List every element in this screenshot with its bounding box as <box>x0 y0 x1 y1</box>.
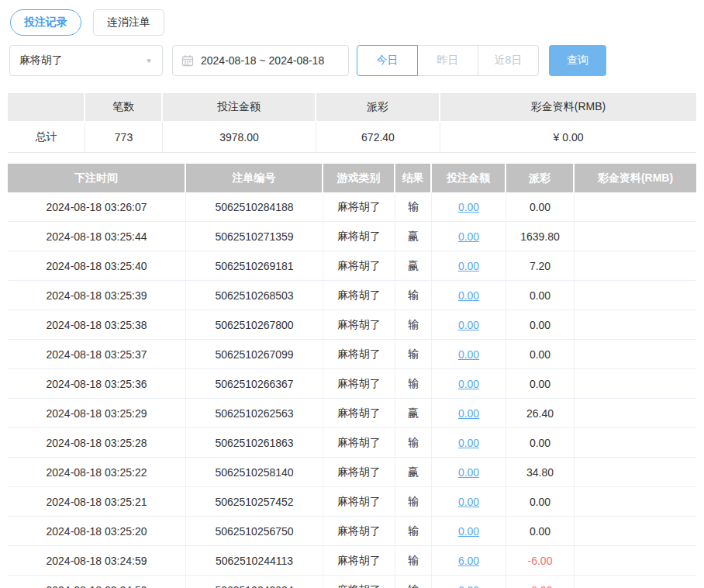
date-range-input[interactable]: 2024-08-18 ~ 2024-08-18 <box>172 45 349 76</box>
cell-order-number: 5062510271359 <box>186 222 323 251</box>
cell-payout: 26.40 <box>506 399 575 427</box>
table-row: 2024-08-18 03:25:21 5062510257452 麻将胡了 输… <box>8 487 696 517</box>
cell-result: 赢 <box>395 222 432 251</box>
cell-result: 输 <box>395 340 432 368</box>
records-header-cell: 结果 <box>395 164 432 192</box>
cell-bonus <box>575 192 696 221</box>
cell-result: 赢 <box>395 399 432 427</box>
records-header-cell: 注单编号 <box>186 164 323 192</box>
betting-records-page: 投注记录 连消注单 麻将胡了 ▼ 2024- <box>0 0 704 588</box>
bet-amount-link[interactable]: 6.00 <box>458 584 479 588</box>
bet-amount-link[interactable]: 0.00 <box>458 230 479 243</box>
cell-result: 输 <box>395 428 432 457</box>
summary-table: 笔数投注金额派彩彩金资料(RMB) 总计 773 3978.00 672.40 … <box>8 93 696 153</box>
cell-result: 输 <box>395 192 432 221</box>
records-header-cell: 游戏类别 <box>323 164 395 192</box>
cell-bet-time: 2024-08-18 03:25:44 <box>8 222 186 251</box>
cell-payout: 7.20 <box>506 251 575 280</box>
cell-bet-time: 2024-08-18 03:25:20 <box>8 517 186 545</box>
cell-bonus <box>575 428 696 457</box>
cell-game-type: 麻将胡了 <box>323 428 395 457</box>
records-header-row: 下注时间注单编号游戏类别结果投注金额派彩彩金资料(RMB) <box>8 164 696 192</box>
cell-order-number: 5062510244113 <box>186 546 323 575</box>
table-row: 2024-08-18 03:25:28 5062510261863 麻将胡了 输… <box>8 428 696 458</box>
bet-amount-link[interactable]: 0.00 <box>458 319 479 331</box>
cell-order-number: 5062510267800 <box>186 310 323 339</box>
cell-bonus <box>575 281 696 310</box>
bet-amount-link[interactable]: 0.00 <box>458 525 479 538</box>
bet-amount-link[interactable]: 0.00 <box>458 407 479 420</box>
table-row: 2024-08-18 03:26:07 5062510284188 麻将胡了 输… <box>8 192 696 222</box>
cell-game-type: 麻将胡了 <box>323 517 395 545</box>
cell-bet-time: 2024-08-18 03:25:38 <box>8 310 186 339</box>
cell-game-type: 麻将胡了 <box>323 399 395 427</box>
tab-cancelled-orders[interactable]: 连消注单 <box>93 9 164 36</box>
cell-payout: 1639.80 <box>506 222 575 251</box>
calendar-icon <box>181 54 194 67</box>
cell-bonus <box>575 487 696 516</box>
records-body: 2024-08-18 03:26:07 5062510284188 麻将胡了 输… <box>8 192 696 588</box>
cell-game-type: 麻将胡了 <box>323 251 395 280</box>
cell-payout: 0.00 <box>506 487 575 516</box>
cell-result: 输 <box>395 369 432 398</box>
filter-row: 麻将胡了 ▼ 2024-08-18 ~ 2024-08-18 <box>9 45 696 76</box>
summary-total-row: 总计 773 3978.00 672.40 ¥ 0.00 <box>8 123 696 153</box>
cell-bet-time: 2024-08-18 03:25:39 <box>8 281 186 310</box>
cell-result: 输 <box>395 310 432 339</box>
bet-amount-link[interactable]: 0.00 <box>458 378 479 390</box>
bet-amount-link[interactable]: 0.00 <box>458 437 479 449</box>
cell-order-number: 5062510258140 <box>186 458 323 486</box>
cell-payout: 0.00 <box>506 369 575 398</box>
summary-total-label: 总计 <box>8 123 85 153</box>
range-last8days-button[interactable]: 近8日 <box>478 45 539 76</box>
cell-payout: 0.00 <box>506 310 575 339</box>
summary-total-payout: 672.40 <box>316 123 440 153</box>
cell-bonus <box>575 251 696 280</box>
records-header-cell: 派彩 <box>506 164 575 192</box>
range-yesterday-button[interactable]: 昨日 <box>417 45 478 76</box>
cell-bonus <box>575 576 696 588</box>
cell-bonus <box>575 399 696 427</box>
summary-total-bonus: ¥ 0.00 <box>440 123 696 153</box>
cell-bet-time: 2024-08-18 03:25:37 <box>8 340 186 368</box>
cell-game-type: 麻将胡了 <box>323 340 395 368</box>
summary-header-cell: 彩金资料(RMB) <box>440 93 696 123</box>
cell-game-type: 麻将胡了 <box>323 222 395 251</box>
bet-amount-link[interactable]: 0.00 <box>458 496 479 508</box>
table-row: 2024-08-18 03:25:37 5062510267099 麻将胡了 输… <box>8 340 696 369</box>
cell-result: 赢 <box>395 251 432 280</box>
cell-order-number: 5062510262563 <box>186 399 323 427</box>
cell-order-number: 5062510256750 <box>186 517 323 545</box>
bet-amount-link[interactable]: 0.00 <box>458 260 479 272</box>
cell-bet-time: 2024-08-18 03:26:07 <box>8 192 186 221</box>
bet-amount-link[interactable]: 0.00 <box>458 466 479 479</box>
cell-game-type: 麻将胡了 <box>323 310 395 339</box>
bet-amount-link[interactable]: 0.00 <box>458 201 479 213</box>
cell-order-number: 5062510257452 <box>186 487 323 516</box>
cell-game-type: 麻将胡了 <box>323 546 395 575</box>
bet-amount-link[interactable]: 6.00 <box>458 555 479 567</box>
cell-game-type: 麻将胡了 <box>323 192 395 221</box>
range-today-button[interactable]: 今日 <box>357 45 418 76</box>
cell-result: 输 <box>395 546 432 575</box>
cell-order-number: 5062510268503 <box>186 281 323 310</box>
cell-payout: 0.00 <box>506 281 575 310</box>
summary-total-count: 773 <box>85 123 163 153</box>
cell-order-number: 5062510243034 <box>186 576 323 588</box>
cell-bet-time: 2024-08-18 03:24:50 <box>8 576 186 588</box>
bet-amount-link[interactable]: 0.00 <box>458 348 479 361</box>
cell-bonus <box>575 517 696 545</box>
cell-game-type: 麻将胡了 <box>323 487 395 516</box>
summary-header-cell: 笔数 <box>85 93 163 123</box>
search-button[interactable]: 查询 <box>549 45 606 76</box>
game-select-value: 麻将胡了 <box>19 54 63 67</box>
bet-amount-link[interactable]: 0.00 <box>458 289 479 302</box>
cell-order-number: 5062510269181 <box>186 251 323 280</box>
cell-result: 输 <box>395 281 432 310</box>
cell-result: 输 <box>395 487 432 516</box>
cell-bet-time: 2024-08-18 03:25:36 <box>8 369 186 398</box>
tab-betting-records[interactable]: 投注记录 <box>10 9 81 36</box>
cell-bonus <box>575 222 696 251</box>
game-select[interactable]: 麻将胡了 ▼ <box>9 45 163 76</box>
cell-result: 输 <box>395 576 432 588</box>
